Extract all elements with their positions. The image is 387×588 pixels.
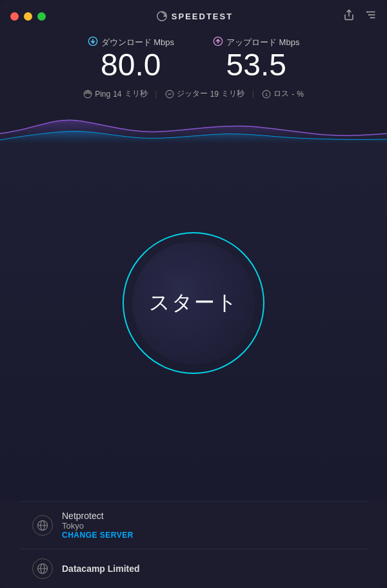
- download-value: 80.0: [101, 50, 161, 81]
- loss-icon: [262, 90, 271, 99]
- upload-label: アップロード Mbps: [213, 36, 299, 48]
- upload-stat: アップロード Mbps 53.5: [213, 36, 299, 81]
- server-info: Netprotect Tokyo CHANGE SERVER: [62, 511, 134, 540]
- share-button[interactable]: [343, 9, 355, 23]
- jitter-item: ジッター 19 ミリ秒: [165, 88, 244, 99]
- upload-value: 53.5: [226, 50, 286, 81]
- upload-label-text: アップロード Mbps: [226, 37, 299, 48]
- server-location: Tokyo: [62, 521, 134, 531]
- ping-icon: [83, 90, 92, 99]
- app-window: SPEEDTEST: [0, 0, 387, 588]
- server-item-netprotect: Netprotect Tokyo CHANGE SERVER: [19, 501, 368, 549]
- speedtest-logo-icon: [156, 10, 168, 22]
- ping-value: 14: [113, 90, 121, 99]
- isp-globe-icon: [32, 558, 53, 579]
- server-provider: Netprotect: [62, 511, 134, 521]
- close-button[interactable]: [10, 12, 19, 21]
- ping-label: Ping: [95, 90, 110, 99]
- start-button-container[interactable]: スタート: [119, 229, 268, 377]
- isp-info: Datacamp Limited: [62, 564, 140, 574]
- start-button-label: スタート: [149, 289, 239, 317]
- main-area: スタート: [0, 143, 387, 501]
- traffic-lights: [10, 12, 46, 21]
- minimize-button[interactable]: [24, 12, 32, 21]
- jitter-unit: ミリ秒: [221, 88, 244, 99]
- title-actions: [343, 9, 377, 23]
- ping-row: Ping 14 ミリ秒 | ジッター 19 ミリ秒 | ロス - %: [0, 83, 387, 104]
- jitter-icon: [165, 90, 174, 99]
- download-stat: ダウンロード Mbps 80.0: [88, 36, 174, 81]
- settings-button[interactable]: [365, 9, 377, 23]
- download-icon: [88, 36, 98, 48]
- start-button-outer[interactable]: スタート: [123, 232, 264, 374]
- svg-point-6: [368, 14, 370, 15]
- ping-item: Ping 14 ミリ秒: [83, 88, 147, 99]
- svg-point-16: [266, 95, 267, 95]
- change-server-button[interactable]: CHANGE SERVER: [62, 531, 134, 540]
- jitter-label: ジッター: [177, 88, 208, 99]
- download-label: ダウンロード Mbps: [88, 36, 174, 48]
- wave-chart: [0, 104, 387, 143]
- svg-point-5: [366, 11, 368, 12]
- ping-divider-2: |: [252, 90, 254, 99]
- wave-area: [0, 104, 387, 143]
- ping-unit: ミリ秒: [124, 88, 148, 99]
- server-section: Netprotect Tokyo CHANGE SERVER Datacamp …: [0, 501, 387, 588]
- server-globe-icon: [32, 515, 53, 536]
- maximize-button[interactable]: [37, 12, 46, 21]
- upload-icon: [213, 36, 223, 48]
- isp-name: Datacamp Limited: [62, 564, 140, 574]
- svg-point-7: [370, 17, 372, 18]
- title-bar: SPEEDTEST: [0, 0, 387, 30]
- server-item-isp: Datacamp Limited: [19, 549, 368, 588]
- download-label-text: ダウンロード Mbps: [101, 37, 174, 48]
- stats-row: ダウンロード Mbps 80.0 アップロード Mbps 53.5: [0, 30, 387, 83]
- start-button[interactable]: スタート: [132, 242, 255, 364]
- title-area: SPEEDTEST: [46, 10, 343, 22]
- loss-unit: %: [297, 90, 304, 99]
- loss-value: -: [292, 90, 294, 99]
- app-title: SPEEDTEST: [172, 12, 233, 21]
- ping-divider-1: |: [155, 90, 157, 99]
- jitter-value: 19: [210, 90, 219, 99]
- loss-label: ロス: [273, 88, 289, 99]
- loss-item: ロス - %: [262, 88, 304, 99]
